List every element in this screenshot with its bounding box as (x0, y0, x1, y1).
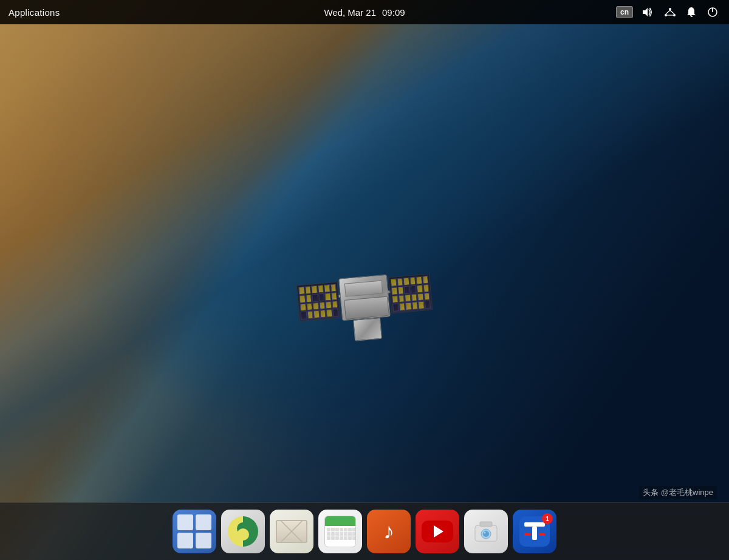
dock-item-photos[interactable] (464, 510, 508, 553)
watermark: 头条 @老毛桃winpe (639, 486, 717, 499)
dock-item-music[interactable]: ♪ (367, 510, 411, 553)
svg-line-5 (670, 10, 674, 14)
news-badge: 1 (542, 513, 553, 524)
topbar: Applications Wed, Mar 21 09:09 cn (0, 0, 729, 24)
svg-rect-17 (524, 533, 530, 536)
svg-rect-10 (480, 522, 492, 527)
applications-menu[interactable]: Applications (9, 7, 60, 18)
dock-item-video[interactable] (416, 510, 459, 553)
svg-rect-16 (532, 527, 537, 540)
dock-item-browser[interactable] (221, 510, 265, 553)
solar-panel-left (296, 282, 341, 322)
dock: ♪ (0, 502, 729, 560)
news-icon: 1 (519, 516, 550, 547)
svg-line-4 (666, 10, 670, 14)
music-icon: ♪ (383, 521, 394, 542)
satellite-spacecraft (294, 250, 434, 346)
play-triangle (434, 525, 443, 538)
photos-icon (470, 516, 502, 547)
desktop: Applications Wed, Mar 21 09:09 cn (0, 0, 729, 560)
multitask-grid (173, 510, 216, 553)
svg-rect-15 (524, 522, 545, 527)
network-icon[interactable] (662, 6, 678, 18)
date-display: Wed, Mar 21 (324, 7, 376, 18)
svg-rect-18 (539, 533, 545, 536)
volume-icon[interactable] (639, 6, 656, 18)
svg-point-12 (483, 531, 489, 537)
time-display: 09:09 (382, 7, 405, 18)
browser-icon (228, 516, 258, 547)
mail-icon (276, 520, 307, 543)
svg-point-13 (484, 532, 486, 534)
dock-item-multitask[interactable] (173, 510, 216, 553)
video-icon (422, 521, 453, 542)
power-icon[interactable] (705, 5, 720, 19)
sat-body (338, 275, 391, 321)
svg-point-1 (669, 8, 671, 10)
sat-thruster (353, 318, 382, 341)
dock-item-calendar[interactable] (318, 510, 362, 553)
bell-icon[interactable] (684, 5, 699, 19)
input-method-indicator[interactable]: cn (616, 6, 633, 18)
solar-panel-right (388, 274, 433, 314)
calendar-icon (324, 516, 356, 547)
dock-item-mail[interactable] (270, 510, 313, 553)
svg-marker-0 (643, 8, 648, 16)
dock-item-news[interactable]: 1 (513, 510, 556, 553)
